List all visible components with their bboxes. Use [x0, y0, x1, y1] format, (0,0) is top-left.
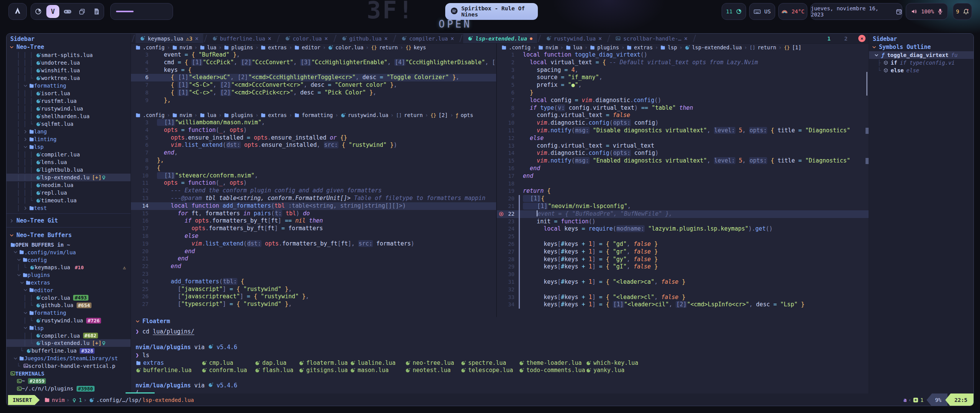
- code-line[interactable]: 5 keys = {: [131, 67, 496, 74]
- tree-item-config[interactable]: config: [7, 256, 131, 264]
- tree-item-lang[interactable]: │ lang: [7, 128, 131, 135]
- code-line[interactable]: 18: [497, 180, 869, 188]
- tree-item-Juegos-Indies-SteamLibrary-st[interactable]: Juegos/Indies/SteamLibrary/st: [7, 354, 131, 362]
- code-line[interactable]: 21 [1]"neovim/nvim-lspconfig",: [497, 203, 869, 210]
- tree-item-plugins[interactable]: plugins: [7, 271, 131, 279]
- tree-item-github.lua[interactable]: │ └ github.lua#654: [7, 301, 131, 309]
- tree-item-editor[interactable]: editor: [7, 286, 131, 294]
- editor-window-rustywind-lua[interactable]: .config›nvim›lua›plugins›extras›formatti…: [131, 111, 496, 317]
- tree-item-worktree.lua[interactable]: │ │ └ worktree.lua: [7, 74, 131, 82]
- tree-item-timeout.lua[interactable]: │ │ └ timeout.lua: [7, 197, 131, 204]
- tab-page-2[interactable]: 2: [841, 36, 851, 42]
- section-neo-tree-git[interactable]: Neo-Tree Git: [10, 217, 58, 224]
- symbols-outline-header[interactable]: Symbols Outline: [872, 44, 931, 50]
- floaterm-header[interactable]: Floaterm: [136, 318, 170, 325]
- floaterm-panel[interactable]: Floaterm❯ cd lua/plugins/nvim/lua/plugin…: [131, 317, 869, 393]
- code-line[interactable]: 11 opts = function(_, opts): [131, 179, 496, 187]
- code-line[interactable]: 1local function toggle_diag_virtext(): [497, 51, 869, 59]
- symbols-outline-sidebar[interactable]: SidebarSymbols Outlineƒtoggle_diag_virte…: [869, 34, 974, 393]
- code-line[interactable]: 3 event = { "BufRead" },: [131, 51, 496, 59]
- code-line[interactable]: 22 end: [131, 263, 496, 270]
- tab-page-1[interactable]: 1: [824, 36, 833, 42]
- code-line[interactable]: 8},: [131, 157, 496, 164]
- neovim-icon[interactable]: V: [46, 5, 59, 18]
- code-line[interactable]: 17end: [497, 172, 869, 180]
- tree-item-color.lua[interactable]: │ │ color.lua#493: [7, 294, 131, 302]
- tree-item-~[interactable]: ~#2859: [7, 377, 131, 385]
- code-line[interactable]: 7 local config = vim.diagnostic.config(): [497, 97, 869, 104]
- document-icon[interactable]: [90, 5, 103, 18]
- editor-window-color-lua[interactable]: .config›nvim›lua›plugins›extras›editor›c…: [131, 44, 496, 111]
- tree-item-rustfmt.lua[interactable]: │ │ │ rustfmt.lua: [7, 97, 131, 105]
- code-line[interactable]: 34 keys[#keys + 1] = { [1]"<leader>cil",…: [497, 301, 869, 309]
- code-line[interactable]: 32: [497, 286, 869, 294]
- tree-item-sqlfmt.lua[interactable]: │ │ └ sqlfmt.lua: [7, 120, 131, 128]
- tree-item-formatting[interactable]: │ formatting: [7, 82, 131, 89]
- updates-widget[interactable]: 11: [722, 3, 746, 20]
- code-line[interactable]: 28 keys[#keys + 1] = { "gy", false }: [497, 256, 869, 263]
- tree-item-extras[interactable]: extras: [7, 279, 131, 286]
- tree-item-lsp[interactable]: lsp: [7, 324, 131, 332]
- section-neo-tree-buffers[interactable]: Neo-Tree Buffers: [10, 232, 72, 239]
- code-line[interactable]: 31 keys[#keys + 1] = { "<leader>ca", fal…: [497, 278, 869, 286]
- keyboard-layout-widget[interactable]: US: [749, 3, 775, 20]
- code-line[interactable]: 13 config.virtual_text = virtual_text: [497, 142, 869, 150]
- code-line[interactable]: 5 opts.ensure_installed = opts.ensure_in…: [131, 134, 496, 142]
- tab-close-icon[interactable]: ×: [598, 35, 602, 42]
- code-line[interactable]: 3 spacing = 4,: [497, 67, 869, 74]
- close-all-button[interactable]: ×: [858, 35, 866, 42]
- tree-item-lightbulb.lua[interactable]: │ │ │ lightbulb.lua: [7, 166, 131, 174]
- code-line[interactable]: 26 keys[#keys + 1] = { "gd", false }: [497, 241, 869, 248]
- code-line[interactable]: 17 opts.formatters_by_ft[ft] = formatter…: [131, 225, 496, 233]
- tree-item-test[interactable]: │ test: [7, 204, 131, 212]
- code-line[interactable]: 19 vim.list_extend(dst: opts.formatters_…: [131, 240, 496, 248]
- tab-close-icon[interactable]: ×: [684, 35, 688, 42]
- tab-close-icon[interactable]: ×: [195, 35, 199, 42]
- code-line[interactable]: 7 { [1]"<S-C>", [2]"<cmd>CccConvert<cr>"…: [131, 81, 496, 89]
- tree-item-rustywind.lua[interactable]: │ │ │ rustywind.lua: [7, 105, 131, 112]
- tree-item-keymaps.lua[interactable]: │ └ keymaps.lua#10⚠: [7, 263, 131, 271]
- code-line[interactable]: 6 }: [497, 89, 869, 97]
- tab-close-icon[interactable]: ×: [451, 35, 454, 42]
- tab-close-icon[interactable]: ×: [384, 35, 388, 42]
- tab-bufferline.lua[interactable]: bufferline.lua×: [208, 34, 276, 43]
- code-line[interactable]: 8 if type(v: config.virtual_text) == "ta…: [497, 104, 869, 112]
- code-line[interactable]: 26 ["javascriptreact"] = { "rustywind" }…: [131, 293, 496, 301]
- tree-item-~-.c-n-l-plugins[interactable]: ~/.c/n/l/plugins#3980: [7, 385, 131, 392]
- tree-item-OPEN-BUFFERS-in-~[interactable]: OPEN BUFFERS in ~: [7, 241, 131, 249]
- code-line[interactable]: 4 opts = function(_, opts): [131, 127, 496, 134]
- section-neo-tree[interactable]: Neo-Tree: [10, 44, 44, 50]
- audio-widget[interactable]: 100%: [906, 3, 948, 20]
- code-line[interactable]: 33 keys[#keys + 1] = { "<leader>cl", fal…: [497, 294, 869, 301]
- code-line[interactable]: 11 vim.notify(msg: "Disable diagnostics …: [497, 127, 869, 135]
- tree-item-lsp-extended.lu[interactable]: │ └ lsp-extended.lu[+]: [7, 339, 131, 347]
- code-line[interactable]: 6 vim.list_extend(dst: opts.ensure_insta…: [131, 141, 496, 149]
- tab-rustywind.lua[interactable]: rustywind.lua×: [542, 34, 607, 43]
- weather-widget[interactable]: 24°C: [778, 3, 807, 20]
- code-line[interactable]: 18 else: [131, 233, 496, 240]
- tab-compiler.lua[interactable]: compiler.lua×: [397, 34, 459, 43]
- symbol-item-if[interactable]: ├ifif type(config.vi: [869, 59, 974, 67]
- date-widget[interactable]: jueves, noviembre 16, 2023: [810, 3, 902, 20]
- code-line[interactable]: 23 init = function(): [497, 218, 869, 226]
- launcher-button[interactable]: [8, 3, 27, 20]
- code-line[interactable]: 16 if opts.formatters_by_ft[ft] == nil t…: [131, 217, 496, 225]
- tree-item-TERMINALS[interactable]: TERMINALS: [7, 370, 131, 377]
- code-line[interactable]: 12 --- Extend the conform plugin config …: [131, 187, 496, 195]
- notifications-widget[interactable]: 9: [953, 3, 972, 20]
- code-line[interactable]: 24 add_formatters(tbl: {: [131, 278, 496, 286]
- tab-color.lua[interactable]: color.lua×: [281, 34, 333, 43]
- code-line[interactable]: 3 [1]"williamboman/mason.nvim",: [131, 119, 496, 127]
- tree-item-winshift.lua[interactable]: │ │ │ winshift.lua: [7, 67, 131, 74]
- code-line[interactable]: 4 source = "if_many",: [497, 74, 869, 81]
- windows-icon[interactable]: [75, 5, 88, 18]
- code-line[interactable]: 27 ["typescript"] = { "rustywind" },: [131, 301, 496, 308]
- tab-github.lua[interactable]: github.lua×: [337, 34, 392, 43]
- tab-lsp-extended.lua[interactable]: lsp-extended.lua●: [463, 34, 537, 43]
- code-line[interactable]: 9 },: [131, 97, 496, 104]
- code-line[interactable]: 10 vim.diagnostic.config(opts: config): [497, 119, 869, 127]
- tree-item-shellharden.lua[interactable]: │ │ │ shellharden.lua: [7, 112, 131, 120]
- code-line[interactable]: 14 local function add_formatters(tbl :ta…: [131, 202, 496, 210]
- code-line[interactable]: 14 vim.diagnostic.config(opts: config): [497, 150, 869, 157]
- code-line[interactable]: 23: [131, 270, 496, 278]
